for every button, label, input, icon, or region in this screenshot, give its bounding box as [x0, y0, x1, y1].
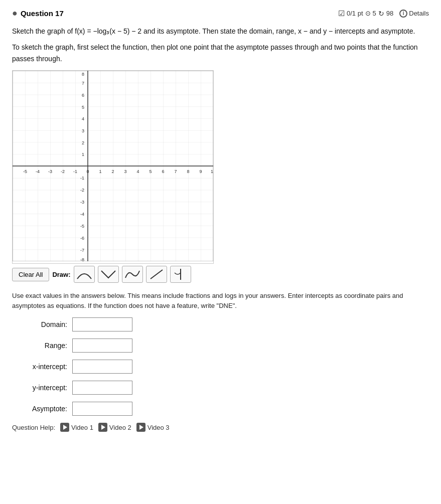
info-icon: i	[399, 10, 407, 18]
axis-label-7: 7	[174, 169, 177, 174]
play-svg-3	[136, 423, 145, 432]
question-title: Question 17	[21, 9, 64, 18]
video-3-link[interactable]: Video 3	[136, 423, 170, 432]
axis-label-neg1: -1	[73, 169, 77, 174]
axis-label-4: 4	[136, 169, 139, 174]
video-3-label: Video 3	[148, 424, 170, 431]
asymptote-row: Asymptote:	[12, 402, 429, 416]
axis-label-2: 2	[111, 169, 114, 174]
header-right: ☑ 0/1 pt ⊙ 5 ↻ 98 i Details	[338, 9, 429, 18]
details-link[interactable]: i Details	[399, 10, 429, 18]
video-1-link[interactable]: Video 1	[60, 423, 93, 432]
zigzag-icon	[100, 268, 116, 281]
score-text: 0/1 pt	[347, 10, 363, 17]
scurve-icon	[124, 268, 140, 281]
domain-input[interactable]	[72, 317, 132, 331]
axis-label-9: 9	[199, 169, 202, 174]
play-svg-2	[98, 423, 107, 432]
y-label-neg8: -8	[80, 257, 84, 261]
refresh-icon: ↻	[378, 10, 384, 18]
circle-icon: ⊙	[365, 10, 371, 17]
axis-label-0: 0	[86, 169, 89, 174]
axis-label-neg5: -5	[23, 169, 27, 174]
video-1-label: Video 1	[71, 424, 93, 431]
y-label-neg7: -7	[80, 248, 84, 253]
attempts-text: 5	[373, 10, 376, 17]
coordinate-plane[interactable]: 0 -5 -4 -3 -2 -1 1 2 3 4 5 6 7 8 9 10	[13, 71, 213, 261]
clear-all-button[interactable]: Clear All	[12, 268, 49, 281]
axis-label-6: 6	[162, 169, 164, 174]
y-label-2: 2	[82, 140, 84, 145]
axis-label-neg3: -3	[48, 169, 52, 174]
draw-tool-zigzag[interactable]	[98, 266, 119, 283]
draw-tool-arc[interactable]	[74, 266, 95, 283]
line-draw-icon	[149, 268, 165, 281]
play-icon-3	[136, 423, 145, 432]
bullet-icon: ●	[12, 8, 18, 19]
range-input[interactable]	[72, 339, 132, 353]
axis-label-8: 8	[187, 169, 189, 174]
arc-icon	[76, 268, 92, 281]
y-label-1: 1	[82, 152, 84, 157]
graph-svg[interactable]: 0 -5 -4 -3 -2 -1 1 2 3 4 5 6 7 8 9 10	[12, 70, 214, 264]
video-2-link[interactable]: Video 2	[98, 423, 131, 432]
draw-tool-scurve[interactable]	[122, 266, 143, 283]
y-label-5: 5	[82, 105, 84, 110]
answer-section: Use exact values in the answers below. T…	[12, 291, 429, 432]
instructions-text: Use exact values in the answers below. T…	[12, 291, 429, 310]
submissions-text: 98	[386, 10, 393, 17]
axis-label-neg4: -4	[36, 169, 40, 174]
problem-text-2: To sketch the graph, first select the fu…	[12, 42, 429, 64]
y-intercept-label: y-intercept:	[12, 384, 67, 392]
problem-text-1: Sketch the graph of f(x) = −log₃(x − 5) …	[12, 26, 429, 37]
y-label-neg3: -3	[80, 200, 84, 205]
axis-label-5: 5	[149, 169, 152, 174]
problem-statement: Sketch the graph of f(x) = −log₃(x − 5) …	[12, 27, 415, 35]
domain-label: Domain:	[12, 320, 67, 328]
y-label-neg5: -5	[80, 224, 84, 229]
graph-container: 0 -5 -4 -3 -2 -1 1 2 3 4 5 6 7 8 9 10	[12, 70, 429, 283]
y-label-7: 7	[82, 81, 84, 86]
y-label-neg4: -4	[80, 212, 84, 217]
y-label-neg1: -1	[80, 176, 84, 181]
page-container: ● Question 17 ☑ 0/1 pt ⊙ 5 ↻ 98 i Detail…	[0, 0, 441, 504]
draw-tool-line[interactable]	[146, 266, 167, 283]
axis-label-10: 10	[211, 169, 213, 174]
y-label-6: 6	[82, 93, 84, 98]
play-svg-1	[60, 423, 69, 432]
checkbox-icon: ☑	[338, 9, 345, 18]
details-label: Details	[409, 10, 429, 17]
y-label-8: 8	[82, 72, 84, 77]
y-label-neg6: -6	[80, 236, 84, 241]
range-row: Range:	[12, 339, 429, 353]
graph-toolbar: Clear All Draw:	[12, 266, 191, 283]
draw-label: Draw:	[52, 271, 70, 278]
score-badge: ☑ 0/1 pt ⊙ 5 ↻ 98	[338, 9, 393, 18]
axis-label-3: 3	[124, 169, 126, 174]
question-help-label: Question Help:	[12, 424, 55, 431]
video-2-label: Video 2	[109, 424, 131, 431]
y-intercept-input[interactable]	[72, 381, 132, 395]
y-intercept-row: y-intercept:	[12, 381, 429, 395]
x-intercept-label: x-intercept:	[12, 363, 67, 371]
y-label-neg2: -2	[80, 188, 84, 193]
y-label-3: 3	[82, 128, 84, 133]
question-label: ● Question 17	[12, 8, 64, 19]
asymptote-label: Asymptote:	[12, 405, 67, 413]
axis-label-neg2: -2	[61, 169, 65, 174]
play-icon-2	[98, 423, 107, 432]
range-label: Range:	[12, 342, 67, 350]
header-row: ● Question 17 ☑ 0/1 pt ⊙ 5 ↻ 98 i Detail…	[12, 8, 429, 19]
x-intercept-row: x-intercept:	[12, 360, 429, 374]
asymptote-input[interactable]	[72, 402, 132, 416]
play-icon-1	[60, 423, 69, 432]
y-label-4: 4	[82, 116, 84, 121]
ray-icon	[173, 268, 189, 281]
draw-tool-ray[interactable]	[170, 266, 191, 283]
sketch-instruction: To sketch the graph, first select the fu…	[12, 43, 418, 62]
domain-row: Domain:	[12, 317, 429, 331]
x-intercept-input[interactable]	[72, 360, 132, 374]
help-row: Question Help: Video 1 Video 2	[12, 423, 429, 432]
axis-label-1: 1	[99, 169, 101, 174]
